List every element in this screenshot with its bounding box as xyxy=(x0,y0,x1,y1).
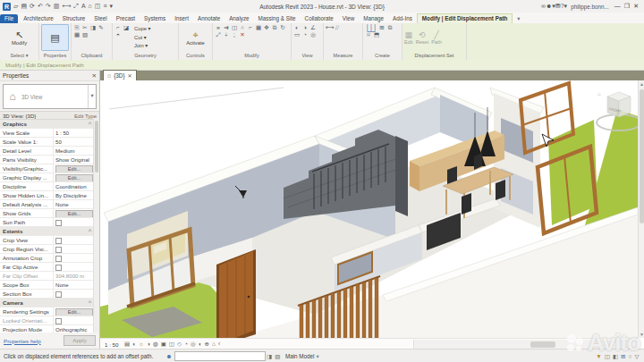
tab-view[interactable]: View xyxy=(338,14,360,23)
drag-on-selection-icon[interactable]: ▽ xyxy=(633,353,640,360)
entry-door[interactable] xyxy=(216,249,256,338)
prop-value[interactable]: Edit... xyxy=(54,173,94,181)
align-icon[interactable]: ⫢ xyxy=(215,24,222,30)
edit-displacement-button[interactable]: ▦Edit xyxy=(404,30,413,45)
split-icon[interactable]: ⑃ xyxy=(239,24,246,30)
tab-precast[interactable]: Precast xyxy=(112,14,140,23)
prop-row-far-clip-offset[interactable]: Far Clip Offset304.8000 m xyxy=(0,272,94,281)
tab-manage[interactable]: Manage xyxy=(359,14,388,23)
reset-displacement-button[interactable]: ⟲Reset xyxy=(416,30,429,45)
tab-massing-site[interactable]: Massing & Site xyxy=(254,14,301,23)
prop-row-rendering-settings[interactable]: Rendering SettingsEdit... xyxy=(0,307,94,316)
properties-scrollbar[interactable] xyxy=(93,119,99,333)
drawing-canvas[interactable]: ⌂ FRONT ◎ ⊕ ▾ xyxy=(100,80,638,338)
scroll-up-icon[interactable]: ▲ xyxy=(639,80,644,88)
properties-toggle-button[interactable]: ▤ xyxy=(41,24,69,51)
prop-value[interactable]: Edit... xyxy=(54,307,94,316)
prop-row-scope-box[interactable]: Scope BoxNone xyxy=(0,281,94,290)
displace-icon[interactable]: ◔ xyxy=(301,31,309,38)
checkbox[interactable] xyxy=(55,318,62,324)
panel-label-clipboard[interactable]: Clipboard xyxy=(72,52,112,60)
prop-value[interactable] xyxy=(54,236,94,244)
checkbox[interactable] xyxy=(55,265,62,271)
create-group-icon[interactable]: ⊞ xyxy=(378,24,386,30)
prop-row-visibility-graphic[interactable]: Visibility/Graphic...Edit... xyxy=(0,164,94,173)
checkbox[interactable] xyxy=(55,220,62,226)
default-3d-view-icon[interactable]: ⌂ xyxy=(89,2,92,11)
panel-label-controls[interactable]: Controls xyxy=(179,52,212,60)
undo-icon[interactable]: ↶ xyxy=(38,2,43,11)
measure-length-icon[interactable]: ⟷ xyxy=(326,24,333,30)
create-parts-icon[interactable]: ⬒ xyxy=(373,31,380,38)
prop-row-sun-path[interactable]: Sun Path xyxy=(0,218,94,227)
properties-close-icon[interactable]: ✕ xyxy=(92,72,97,80)
panel-label-measure[interactable]: Measure xyxy=(324,52,362,60)
tab-steel[interactable]: Steel xyxy=(89,14,111,23)
activate-controls-button[interactable]: ⌖ Activate xyxy=(181,24,210,51)
cope-icon[interactable]: ⌐ xyxy=(114,24,122,30)
section-icon[interactable]: ◫ xyxy=(95,2,101,11)
scroll-down-icon[interactable]: ▼ xyxy=(639,331,644,338)
open-icon[interactable]: ▱ xyxy=(13,2,18,11)
array-icon[interactable]: ▦ xyxy=(255,24,262,30)
clipboard-extra2-icon[interactable]: ▧ xyxy=(81,31,89,38)
view-tab-close-icon[interactable]: ✕ xyxy=(128,72,132,79)
crop-view-icon[interactable]: ▣ xyxy=(159,341,167,347)
prop-section-extents[interactable]: Extents^ xyxy=(0,227,94,236)
prop-value[interactable] xyxy=(54,316,94,324)
offset-icon[interactable]: ⇉ xyxy=(223,24,230,30)
unpin-icon[interactable]: ⍮ xyxy=(231,31,238,38)
copy-modify-icon[interactable]: ⧉ xyxy=(271,24,278,30)
underlay-select-icon[interactable]: ◧ xyxy=(611,353,619,360)
print-icon[interactable]: ▥ xyxy=(54,2,60,11)
design-options-select[interactable]: Main Model▾ xyxy=(285,353,371,359)
reveal-icon[interactable]: ◎ xyxy=(309,31,317,38)
linework-icon[interactable]: ∠ xyxy=(309,24,317,30)
prop-row-graphic-display[interactable]: Graphic Display ...Edit... xyxy=(0,173,94,182)
detail-level-icon[interactable]: ▤ xyxy=(123,341,131,347)
help-dropdown-icon[interactable]: ▾ xyxy=(564,3,568,9)
link-select-icon[interactable]: ◫ xyxy=(603,353,611,360)
prop-row-scale-value-1[interactable]: Scale Value 1:50 xyxy=(0,138,94,147)
prop-row-view-scale[interactable]: View Scale1 : 50 xyxy=(0,129,94,138)
sync-icon[interactable]: ⟳ xyxy=(30,2,35,11)
thin-lines-icon[interactable]: ≡ xyxy=(103,2,106,11)
copy-icon[interactable]: ◨ xyxy=(89,24,97,30)
pinned-select-icon[interactable]: ⊞ xyxy=(620,353,627,360)
geometry-join-button[interactable]: Join ▾ xyxy=(134,42,150,50)
panel-label-modify[interactable]: Modify xyxy=(213,52,291,60)
type-selector-dropdown-icon[interactable]: ▾ xyxy=(88,85,96,108)
prop-section-graphics[interactable]: Graphics^ xyxy=(0,120,94,129)
panel-label-displacement-set[interactable]: Displacement Set xyxy=(402,52,466,60)
geometry-cut-button[interactable]: Cut ▾ xyxy=(134,34,150,42)
edit-button[interactable]: Edit... xyxy=(55,308,93,316)
reveal-hidden-icon[interactable]: ◎ xyxy=(189,341,197,347)
scale-icon[interactable]: ⤢ xyxy=(215,31,222,38)
editing-requests-icon[interactable]: ☻ xyxy=(165,353,172,359)
panel-label-view[interactable]: View xyxy=(292,52,323,60)
visual-style-icon[interactable]: ◐ xyxy=(131,341,138,347)
minimize-button[interactable]: — xyxy=(613,3,623,9)
prop-value[interactable] xyxy=(54,245,94,253)
cut-icon[interactable]: ✂ xyxy=(81,24,89,30)
checkbox[interactable] xyxy=(55,238,62,244)
clipboard-extra-icon[interactable]: ▦ xyxy=(73,31,80,38)
dimension-icon[interactable]: ⤢ xyxy=(73,2,79,11)
prop-value[interactable] xyxy=(54,218,94,226)
tab-file[interactable]: File xyxy=(0,14,18,23)
view-extra-icon[interactable]: ▭ xyxy=(293,31,301,38)
tab-[interactable]: ▾ xyxy=(513,14,524,23)
rotate-icon[interactable]: ↻ xyxy=(279,24,286,30)
override-graphics-icon[interactable]: ◑ xyxy=(301,24,309,30)
close-button[interactable]: ✕ xyxy=(631,3,640,9)
view-tab-3d[interactable]: ⌂ {3D} ✕ xyxy=(103,70,137,80)
prop-row-default-analysis[interactable]: Default Analysis ...None xyxy=(0,200,94,209)
edit-button[interactable]: Edit... xyxy=(55,210,93,217)
prop-value[interactable] xyxy=(54,254,94,262)
worksets-field[interactable] xyxy=(174,351,266,361)
signed-in-user[interactable]: philippe.bonn... xyxy=(571,4,609,10)
design-options-icon[interactable]: ▧ xyxy=(274,353,282,359)
apply-button[interactable]: Apply xyxy=(64,335,96,346)
sun-path-icon[interactable]: ☼ xyxy=(138,341,146,347)
join-icon[interactable]: ◓ xyxy=(114,31,122,38)
